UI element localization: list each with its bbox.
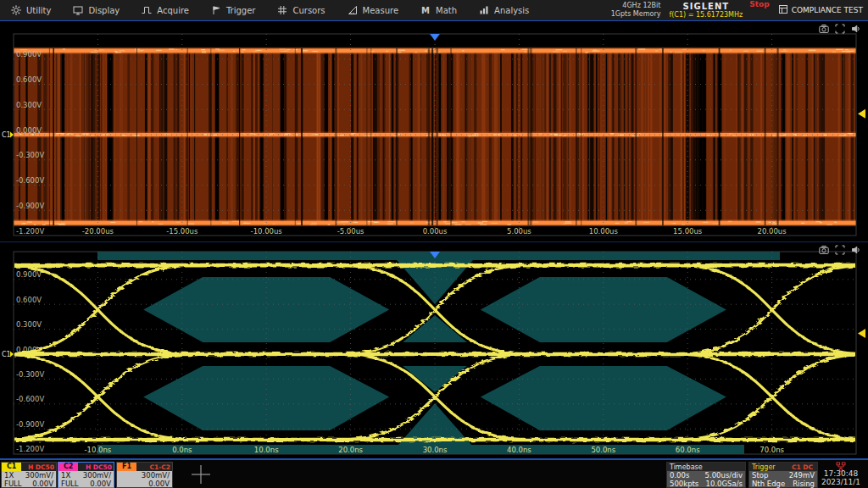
record-trace	[14, 47, 856, 226]
display-icon	[73, 5, 83, 15]
clock-time: 17:30:48	[815, 469, 866, 478]
c1-probe: 1X	[4, 471, 14, 480]
c2-scale: 300mV/	[83, 471, 111, 480]
time-label: 5.00us	[507, 227, 531, 236]
clock-date: 2023/11/1	[815, 478, 866, 486]
maximize-icon[interactable]	[835, 245, 845, 255]
scope-spec: 4GHz 12Bit 1Gpts Memory	[611, 2, 661, 19]
menu-item-utility[interactable]: Utility	[0, 0, 62, 20]
channel-zero-arrow[interactable]	[10, 132, 14, 138]
timebase-memory: 500kpts	[670, 480, 698, 488]
speaker-icon[interactable]	[851, 24, 861, 34]
time-label: 30.0ns	[423, 446, 448, 454]
analysis-icon	[479, 5, 489, 15]
spec-memory: 1Gpts Memory	[611, 10, 661, 19]
channel-box-c1[interactable]: C1 H DC50 1X300mV/ FULL0.00V	[1, 462, 57, 488]
compliance-label: COMPLIANCE TEST	[792, 6, 863, 14]
c1-offset: 0.00V	[32, 480, 53, 488]
mask-eye-hexagon	[481, 366, 726, 430]
timebase-delay: 0.00s	[670, 471, 689, 480]
mask-eye-hexagon	[143, 277, 389, 342]
oscilloscope-screen: UtilityDisplayAcquireTriggerCursorsMeasu…	[0, 0, 868, 488]
channel-zero-arrow[interactable]	[10, 352, 14, 358]
time-label: 10.0ns	[254, 446, 279, 454]
flag-icon	[211, 5, 221, 15]
c2-acq-mode: FULL	[61, 480, 79, 488]
mask-eye-hexagon	[143, 366, 389, 430]
voltage-label: 0.000V	[16, 126, 42, 135]
timebase-box[interactable]: Timebase 0.00s5.00us/div 500kpts10.0GSa/…	[666, 462, 746, 488]
trigger-box[interactable]: Trigger C1 DC Stop249mV Nth EdgeRising	[748, 462, 818, 488]
trigger-type: Nth Edge	[752, 480, 785, 488]
c1-scale: 300mV/	[25, 471, 53, 480]
cursors-icon	[277, 5, 287, 15]
time-label: 50.0ns	[591, 446, 615, 454]
time-label: 40.0ns	[507, 446, 531, 454]
trigger-level-marker[interactable]	[858, 329, 865, 338]
status-bar: C1 H DC50 1X300mV/ FULL0.00V C2 H DC50 1…	[0, 458, 868, 488]
c2-badge: C2	[58, 463, 78, 471]
panel2-icons	[819, 245, 861, 255]
menu-item-measure[interactable]: Measure	[337, 0, 410, 20]
add-trace-button[interactable]	[188, 463, 214, 486]
time-label: 70.0ns	[760, 446, 784, 454]
menu-bar: UtilityDisplayAcquireTriggerCursorsMeasu…	[0, 0, 868, 21]
c2-probe: 1X	[61, 471, 70, 480]
timebase-rate: 10.0GSa/s	[706, 480, 743, 488]
menu-item-cursors[interactable]: Cursors	[266, 0, 336, 20]
menu-item-label: Display	[88, 6, 120, 15]
voltage-label: 0.900V	[16, 270, 42, 279]
camera-icon[interactable]	[819, 245, 829, 255]
channel-box-f1[interactable]: F1 C1-C2 300mV/ 0.00V	[116, 462, 173, 488]
acquire-icon	[142, 5, 152, 15]
trigger-level-marker[interactable]	[858, 109, 865, 119]
time-label: 0.00us	[423, 227, 448, 236]
waveform-panel-eye: 0.900V0.600V0.300V0.000V-0.300V-0.600V-0…	[0, 242, 868, 458]
trigger-position-marker[interactable]	[430, 34, 440, 41]
channel-zero-marker: C1	[2, 351, 11, 358]
f1-scale: 300mV/	[142, 471, 170, 480]
c1-acq-mode: FULL	[4, 480, 22, 488]
menu-item-math[interactable]: MMath	[409, 0, 468, 20]
menu-item-acquire[interactable]: Acquire	[131, 0, 200, 20]
waveform-panel-record: 0.900V0.600V0.300V0.000V-0.300V-0.600V-0…	[0, 21, 868, 242]
voltage-label: -0.600V	[16, 395, 44, 403]
f1-badge: F1	[117, 463, 136, 471]
c2-coupling: H DC50	[86, 463, 114, 471]
voltage-label: -0.900V	[16, 202, 44, 210]
trigger-slope: Rising	[793, 480, 815, 488]
spec-bandwidth: 4GHz 12Bit	[611, 2, 661, 10]
measure-icon	[348, 5, 358, 15]
voltage-label: 0.600V	[16, 296, 42, 304]
acquisition-status: Stop	[749, 0, 769, 8]
timebase-title: Timebase	[670, 463, 703, 471]
voltage-label: -0.600V	[16, 176, 44, 185]
channel-zero-marker: C1	[2, 131, 11, 139]
menu-item-analysis[interactable]: Analysis	[468, 0, 540, 20]
voltage-label: -1.200V	[16, 227, 44, 236]
compliance-mode-button[interactable]: COMPLIANCE TEST	[778, 4, 863, 16]
menu-item-label: Trigger	[226, 6, 256, 15]
clock-box[interactable]: 17:30:48 2023/11/1	[815, 462, 866, 488]
menu-item-trigger[interactable]: Trigger	[200, 0, 267, 20]
plus-icon	[188, 463, 214, 486]
camera-icon[interactable]	[819, 24, 829, 34]
eye-diagram-canvas: 0.900V0.600V0.300V0.000V-0.300V-0.600V-0…	[0, 242, 868, 458]
time-label: -15.00us	[166, 227, 198, 236]
math-icon: M	[420, 5, 431, 15]
voltage-label: 0.300V	[16, 320, 42, 329]
maximize-icon[interactable]	[835, 24, 845, 34]
time-label: 10.00us	[589, 227, 619, 236]
menu-item-label: Utility	[26, 6, 51, 15]
menu-item-display[interactable]: Display	[62, 0, 131, 20]
trigger-status: Stop	[752, 471, 768, 480]
c2-offset: 0.00V	[90, 480, 111, 488]
record-waveform-canvas: 0.900V0.600V0.300V0.000V-0.300V-0.600V-0…	[0, 21, 868, 241]
channel-box-c2[interactable]: C2 H DC50 1X300mV/ FULL0.00V	[58, 462, 114, 488]
compliance-icon	[778, 4, 788, 16]
speaker-icon[interactable]	[851, 245, 861, 255]
c1-badge: C1	[2, 463, 21, 471]
c1-coupling: H DC50	[28, 463, 56, 471]
f1-source: C1-C2	[149, 463, 172, 471]
gear-icon	[11, 5, 21, 15]
